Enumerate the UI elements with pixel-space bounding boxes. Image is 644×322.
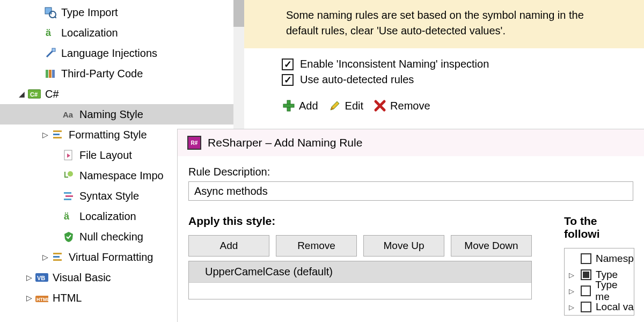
formatting-icon [52,251,64,264]
style-buttons: Add Remove Move Up Move Down [188,235,532,257]
entity-type-member[interactable]: ▷ Type me [567,283,634,299]
tree-label: File Layout [79,149,132,162]
type-import-icon [44,6,57,19]
tree-label: Namespace Impo [79,170,164,182]
edit-label: Edit [345,100,363,112]
svg-text:ä: ä [46,27,52,38]
svg-rect-14 [53,137,62,138]
style-list[interactable]: UpperCamelCase (default) [188,261,532,299]
tree-arrow-expanded-icon[interactable]: ◢ [16,90,27,98]
vb-icon: VB [35,271,48,284]
entity-label: Local va [596,301,634,313]
tree-arrow-collapsed-icon[interactable]: ▷ [40,253,50,261]
main-panel: Some naming rules are set based on the s… [244,0,644,129]
html-icon: HTML [35,291,48,304]
tree-item-third-party[interactable]: ▶ Third-Party Code [0,63,244,84]
svg-rect-13 [53,134,60,135]
checkbox-group: ✓ Enable 'Inconsistent Naming' inspectio… [244,48,644,93]
dialog-body: Rule Description: Apply this style: Add … [178,156,644,316]
tree-arrow-collapsed-icon[interactable]: ▷ [567,287,576,295]
banner-line1: Some naming rules are set based on the s… [286,9,584,21]
scrollbar-thumb[interactable] [233,0,244,27]
tree-item-localization[interactable]: ▶ ä Localization [0,23,244,43]
resharper-icon: R# [187,136,201,150]
tree-label: Formatting Style [69,129,147,141]
tree-item-type-import[interactable]: ▶ Type Import [0,2,244,23]
tree-item-language-injections[interactable]: ▶ Language Injections [0,43,244,63]
svg-text:Aa: Aa [63,110,74,119]
entities-title: To the followi [564,215,634,240]
check-auto-detected[interactable]: ✓ Use auto-detected rules [282,74,644,86]
tree-label: Naming Style [79,108,143,121]
csharp-icon: C# [28,87,41,100]
checkbox-icon[interactable] [581,253,591,264]
style-moveup-button[interactable]: Move Up [363,235,444,257]
tree-arrow-collapsed-icon[interactable]: ▷ [567,271,576,279]
entities-section: To the followi ▷ Namesp ▷ Type ▷ [564,215,634,316]
tree-arrow-collapsed-icon[interactable]: ▷ [24,273,34,282]
svg-text:ä: ä [64,211,70,222]
svg-rect-7 [49,70,52,78]
checkbox-checked-icon[interactable]: ✓ [282,58,294,70]
tree-arrow-collapsed-icon[interactable]: ▷ [24,294,34,302]
tree-arrow-collapsed-icon[interactable]: ▷ [567,303,576,311]
tree-arrow-collapsed-icon[interactable]: ▷ [40,130,50,139]
svg-rect-19 [65,195,73,197]
tree-item-naming-style[interactable]: ▶ Aa Naming Style [0,104,244,125]
svg-point-17 [68,171,73,177]
remove-button[interactable]: Remove [373,99,430,113]
svg-rect-22 [53,253,62,254]
svg-line-2 [55,17,56,18]
svg-rect-0 [45,8,52,14]
syntax-icon [62,189,75,202]
tree-label: Virtual Formatting [69,251,153,264]
tree-label: Localization [79,210,136,223]
file-layout-icon [62,149,75,162]
dialog-title: ReSharper – Add Naming Rule [208,136,362,149]
tree-label: Localization [61,27,118,39]
style-list-item[interactable]: UpperCamelCase (default) [189,261,531,283]
apply-style-title: Apply this style: [188,215,532,228]
formatting-icon [52,128,64,141]
tree-label: Null checking [79,231,143,243]
dialog-titlebar: R# ReSharper – Add Naming Rule [178,129,644,156]
svg-rect-8 [52,70,55,78]
svg-rect-5 [52,48,55,52]
style-remove-button[interactable]: Remove [276,235,357,257]
tree-label: Syntax Style [79,190,139,202]
info-banner: Some naming rules are set based on the s… [244,0,644,48]
svg-text:C#: C# [30,91,38,98]
entity-namespace[interactable]: ▷ Namesp [567,251,634,267]
svg-rect-6 [46,70,48,78]
check-inconsistent-naming[interactable]: ✓ Enable 'Inconsistent Naming' inspectio… [282,58,644,70]
tree-label: C# [45,88,59,100]
naming-icon: Aa [62,108,75,121]
checkbox-icon[interactable] [581,302,591,312]
edit-button[interactable]: Edit [328,99,363,113]
style-movedown-button[interactable]: Move Down [451,235,532,257]
injection-icon [44,47,57,60]
x-icon [373,99,387,113]
checkbox-filled-icon[interactable] [581,269,591,280]
entity-local-var[interactable]: ▷ Local va [567,299,634,315]
checkbox-icon[interactable] [581,286,591,296]
style-add-button[interactable]: Add [188,235,269,257]
tree-item-csharp[interactable]: ◢ C# C# [0,84,244,104]
add-button[interactable]: Add [282,99,318,113]
namespace-icon [62,169,75,182]
rule-description-input[interactable] [188,181,633,201]
check-label: Use auto-detected rules [300,74,414,86]
svg-rect-12 [53,130,62,132]
svg-rect-30 [283,104,294,107]
rules-toolbar: Add Edit Remove [244,93,644,113]
rule-description-label: Rule Description: [188,166,633,178]
svg-rect-24 [53,259,62,261]
svg-rect-18 [64,192,71,194]
add-label: Add [299,100,318,112]
checkbox-checked-icon[interactable]: ✓ [282,74,294,86]
localization-icon: ä [44,26,57,39]
pencil-icon [328,99,342,113]
entity-label: Namesp [596,253,634,265]
svg-rect-23 [53,256,60,258]
tree-label: Third-Party Code [61,68,143,80]
